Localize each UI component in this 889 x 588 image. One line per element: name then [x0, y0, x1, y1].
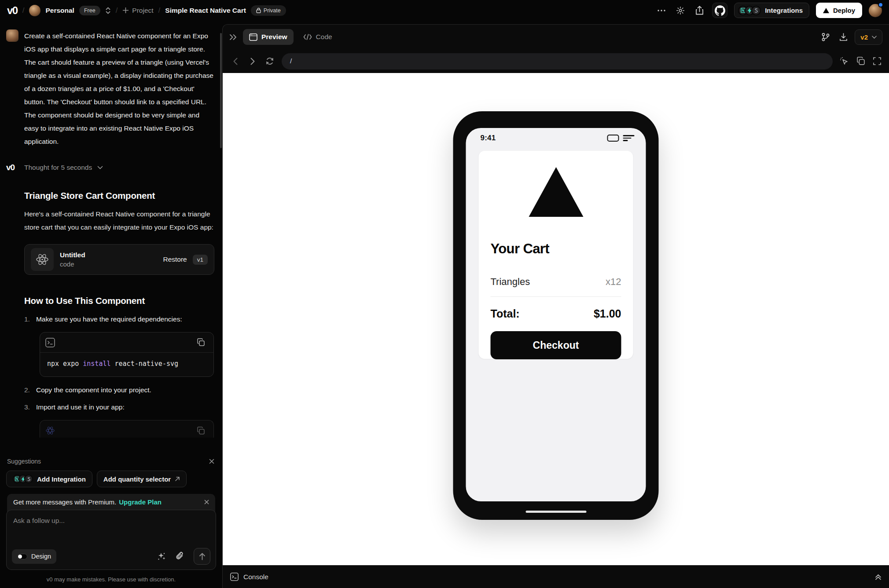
console-bar[interactable]: Console [223, 565, 889, 588]
preview-canvas: 9:41 Your Cart Triangles x12 Tota [223, 73, 889, 565]
preview-urlbar: / [223, 49, 889, 73]
forward-button[interactable] [247, 56, 258, 66]
tab-preview[interactable]: Preview [243, 29, 294, 45]
chevron-left-icon [233, 58, 238, 65]
user-message-avatar [6, 29, 18, 42]
preview-panel: Preview Code v2 [222, 24, 889, 588]
back-button[interactable] [230, 56, 241, 66]
suggestion-add-quantity-selector-button[interactable]: Add quantity selector [97, 471, 187, 487]
version-selector[interactable]: v2 [855, 29, 882, 45]
chevron-right-icon [250, 58, 255, 65]
v0-assistant-icon: v0 [6, 163, 19, 172]
open-in-new-window-icon[interactable] [856, 57, 865, 66]
stripe-integration-icon [751, 6, 761, 15]
cart-item-row: Triangles x12 [491, 276, 621, 288]
expand-console-button[interactable] [875, 573, 882, 581]
disclaimer-text: v0 may make mistakes. Please use with di… [6, 576, 216, 583]
sparkles-icon[interactable] [157, 551, 166, 561]
thought-row[interactable]: v0 Thought for 5 seconds [6, 163, 214, 172]
phone-mockup: 9:41 Your Cart Triangles x12 Tota [453, 111, 659, 520]
share-icon [695, 6, 704, 15]
send-button[interactable] [194, 548, 210, 565]
arrow-up-right-icon [175, 476, 180, 482]
deploy-button[interactable]: Deploy [816, 3, 862, 18]
restore-button[interactable]: Restore [163, 256, 187, 263]
add-project-button[interactable]: Project [122, 7, 153, 15]
user-message-text: Create a self-contained React Native com… [24, 29, 213, 148]
plus-icon [122, 7, 129, 14]
close-suggestions-icon[interactable] [209, 459, 214, 464]
code-version-card[interactable]: Untitled code Restore v1 [24, 244, 214, 275]
composer: Design [6, 510, 216, 570]
chat-sidebar: Create a self-contained React Native com… [0, 21, 222, 588]
copy-icon [197, 427, 205, 435]
workspace-avatar[interactable] [29, 5, 40, 16]
breadcrumb-separator: / [158, 6, 161, 15]
refresh-icon [265, 57, 274, 66]
close-premium-icon[interactable] [204, 500, 209, 504]
status-time: 9:41 [481, 134, 496, 142]
ellipsis-icon [658, 10, 665, 11]
refresh-button[interactable] [264, 56, 275, 66]
breadcrumb-separator: / [22, 6, 25, 15]
download-button[interactable] [837, 31, 849, 43]
more-options-button[interactable] [655, 4, 668, 17]
arrow-up-icon [199, 553, 206, 560]
chat-title: Simple React Native Cart [165, 7, 246, 15]
cart-item-qty: x12 [606, 276, 621, 288]
url-input[interactable]: / [282, 53, 833, 69]
workspace-name[interactable]: Personal [45, 7, 74, 15]
checkout-button[interactable]: Checkout [491, 331, 621, 359]
breadcrumb-separator: / [116, 6, 118, 15]
terminal-icon [45, 338, 55, 347]
tab-code[interactable]: Code [303, 33, 332, 41]
upgrade-plan-link[interactable]: Upgrade Plan [119, 498, 162, 506]
lock-icon [256, 7, 261, 13]
phone-statusbar: 9:41 [466, 128, 646, 142]
copy-icon [197, 338, 205, 347]
plan-badge: Free [79, 6, 100, 15]
share-button[interactable] [693, 4, 705, 17]
thought-label: Thought for 5 seconds [24, 164, 92, 172]
v0-logo[interactable]: v0 [7, 4, 18, 17]
expand-panel-icon[interactable] [229, 34, 237, 40]
version-badge: v1 [193, 255, 208, 265]
total-value: $1.00 [594, 307, 621, 320]
copy-code-button[interactable] [193, 335, 208, 350]
followup-input[interactable] [13, 517, 209, 525]
chevron-down-icon [97, 166, 103, 169]
home-indicator [525, 511, 586, 513]
code-snippet: npx expo install react-native-svg [40, 353, 213, 376]
design-toggle[interactable]: Design [12, 549, 56, 564]
react-icon [31, 248, 54, 271]
terminal-icon [230, 573, 239, 581]
total-label: Total: [491, 307, 520, 320]
preview-toolbar: Preview Code v2 [223, 25, 889, 49]
attachment-icon[interactable] [176, 551, 184, 561]
list-item: 1. Make sure you have the required depen… [24, 315, 214, 323]
privacy-badge[interactable]: Private [251, 5, 286, 16]
github-button[interactable] [712, 3, 727, 18]
workspace-switcher-icon[interactable] [105, 7, 111, 15]
fullscreen-icon[interactable] [873, 57, 882, 66]
integrations-button[interactable]: Integrations [734, 3, 809, 18]
user-message: Create a self-contained React Native com… [6, 29, 214, 148]
fork-version-button[interactable] [819, 31, 832, 43]
user-avatar[interactable] [869, 4, 882, 17]
git-branch-icon [821, 33, 830, 42]
howto-heading: How to Use This Component [24, 296, 214, 306]
cart-card: Your Cart Triangles x12 Total: $1.00 Che… [479, 151, 633, 359]
sidebar-scrollbar[interactable] [220, 33, 222, 148]
inspect-element-icon[interactable] [839, 56, 849, 66]
cart-title: Your Cart [491, 241, 621, 257]
top-header: v0 / Personal Free / Project / Simple Re… [0, 0, 889, 21]
settings-button[interactable] [674, 4, 687, 17]
download-icon [839, 33, 848, 41]
suggestion-add-integration-button[interactable]: Add Integration [6, 471, 92, 487]
suggestions-label: Suggestions [7, 458, 41, 465]
list-item: 2. Copy the component into your project. [24, 386, 214, 394]
premium-text: Get more messages with Premium. [13, 498, 116, 506]
cart-total-row: Total: $1.00 [491, 307, 621, 320]
copy-code-button[interactable] [193, 423, 208, 438]
code-block-partial [40, 420, 214, 438]
